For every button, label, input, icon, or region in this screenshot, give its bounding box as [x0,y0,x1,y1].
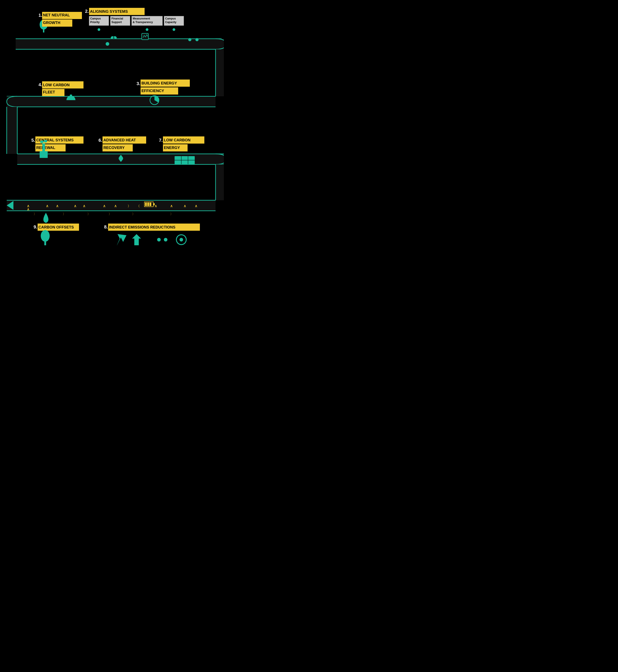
svg-text:3.: 3. [136,81,140,86]
svg-rect-108 [147,202,149,206]
svg-point-126 [157,238,161,242]
svg-text:〈: 〈 [136,204,140,208]
svg-rect-66 [39,151,48,158]
svg-text:∧: ∧ [46,204,48,208]
svg-rect-107 [145,202,147,206]
svg-point-5 [188,38,191,41]
svg-text:Financial: Financial [111,17,123,20]
svg-rect-8 [43,29,44,32]
svg-text:ALIGNING SYSTEMS: ALIGNING SYSTEMS [90,9,128,14]
svg-text:8.: 8. [104,225,108,229]
svg-text:〉: 〉 [128,204,131,208]
svg-text:〉: 〉 [33,212,37,216]
svg-text:LOW CARBON: LOW CARBON [43,83,70,87]
svg-text:∧: ∧ [154,204,157,208]
svg-point-6 [195,38,199,41]
svg-text:CARBON OFFSETS: CARBON OFFSETS [38,225,74,229]
svg-text:7.: 7. [159,138,163,143]
svg-text:INDIRECT EMISSIONS REDUCTIONS: INDIRECT EMISSIONS REDUCTIONS [109,225,176,229]
svg-point-67 [40,141,44,143]
svg-rect-109 [149,202,151,206]
svg-text:5.: 5. [31,138,35,143]
svg-point-32 [98,28,100,31]
svg-text:RENEWAL: RENEWAL [36,146,55,150]
svg-text:FLEET: FLEET [43,90,55,94]
svg-text:Priority: Priority [90,21,100,24]
svg-text:2.: 2. [85,9,89,14]
svg-point-68 [44,140,47,143]
svg-point-127 [164,238,168,242]
svg-rect-54 [7,107,17,154]
svg-text:6.: 6. [99,138,102,143]
svg-point-4 [106,42,109,46]
svg-text:〉: 〉 [170,212,173,216]
svg-text:Campus: Campus [165,17,176,20]
svg-rect-120 [44,242,46,245]
svg-text:Support: Support [111,21,122,24]
svg-rect-106 [153,203,155,205]
svg-text:Campus: Campus [90,17,101,20]
svg-marker-124 [116,234,126,245]
svg-text:∧: ∧ [195,204,197,208]
svg-text:∧: ∧ [103,204,106,208]
svg-point-128 [180,238,183,242]
svg-text:& Transparency: & Transparency [133,21,153,24]
svg-text:Capacity: Capacity [165,21,176,24]
svg-text:∧: ∧ [56,204,59,208]
svg-text:∧: ∧ [74,204,77,208]
svg-point-34 [173,28,175,31]
main-layout: 1. NET NEUTRAL GROWTH 2. ALIGNING SYSTEM… [0,0,224,250]
svg-text:ADVANCED HEAT: ADVANCED HEAT [103,138,136,142]
svg-text:ENERGY: ENERGY [164,146,180,150]
svg-text:〉: 〉 [109,212,112,216]
svg-text:〉: 〉 [132,212,135,216]
svg-rect-47 [70,94,72,99]
svg-marker-125 [132,234,141,245]
svg-text:RECOVERY: RECOVERY [103,146,125,150]
svg-text:LOW CARBON: LOW CARBON [164,138,191,142]
svg-text:9.: 9. [33,225,37,229]
svg-text:∧: ∧ [27,207,29,211]
svg-text:∧: ∧ [170,204,173,208]
svg-point-119 [41,230,50,242]
svg-point-33 [146,28,148,31]
svg-text:∧: ∧ [114,204,117,208]
svg-text:∧: ∧ [184,204,186,208]
svg-rect-84 [216,164,224,200]
svg-rect-35 [216,49,224,96]
svg-text:EFFICIENCY: EFFICIENCY [141,89,164,93]
svg-text:〉: 〉 [87,212,90,216]
svg-text:1.: 1. [38,13,42,18]
svg-text:NET NEUTRAL: NET NEUTRAL [43,13,70,17]
svg-text:〉: 〉 [63,212,66,216]
svg-text:Measurement: Measurement [133,17,150,20]
svg-text:∧: ∧ [83,204,86,208]
track-diagram: 1. NET NEUTRAL GROWTH 2. ALIGNING SYSTEM… [2,3,224,245]
svg-text:GROWTH: GROWTH [43,21,60,25]
svg-rect-38 [7,96,216,107]
svg-text:4.: 4. [38,82,42,87]
svg-text:BUILDING ENERGY: BUILDING ENERGY [141,81,177,85]
svg-point-74 [119,156,123,161]
